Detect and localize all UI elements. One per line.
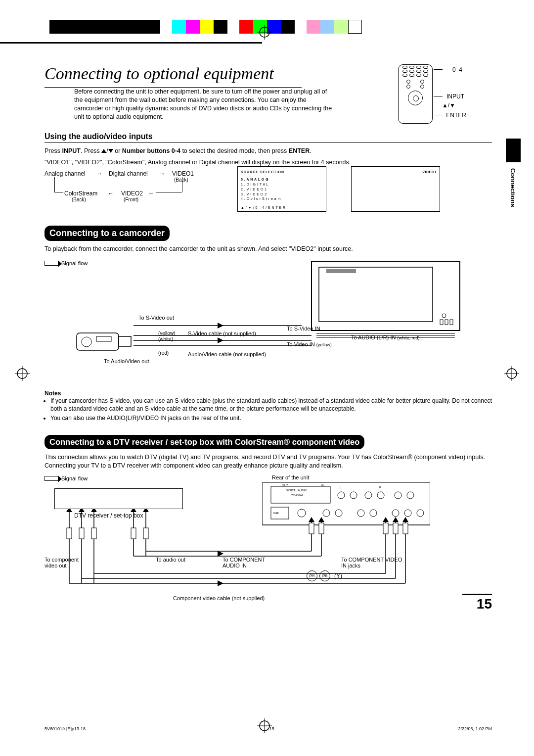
flow-video2-sub: (Front) xyxy=(124,197,138,202)
svg-rect-13 xyxy=(119,336,131,346)
flow-analog: Analog channel xyxy=(44,170,86,177)
footer-timestamp: 2/22/06, 1:02 PM xyxy=(458,726,492,731)
signal-flow-label: Signal flow xyxy=(61,260,88,266)
label-to-comp-video-in: To COMPONENT VIDEO IN jacks xyxy=(341,557,405,568)
label-yellow: (yellow) xyxy=(158,331,175,336)
dtv-diagram: Signal flow DTV receiver / set-top box R… xyxy=(44,473,492,612)
registration-mark-icon xyxy=(257,25,272,43)
svg-rect-83 xyxy=(79,528,84,539)
page-content: 0–4 INPUT ▲/▼ ENTER Connecting to option… xyxy=(44,64,492,612)
page-number-rule xyxy=(462,594,492,595)
svg-marker-74 xyxy=(143,509,149,512)
svg-rect-17 xyxy=(319,267,433,322)
svg-point-40 xyxy=(365,492,372,499)
flow-video2: VIDEO2 xyxy=(121,190,143,197)
svg-marker-73 xyxy=(131,509,136,512)
label-av-cable: Audio/Video cable (not supplied) xyxy=(188,351,266,357)
source-flow-diagram: Analog channel → Digital channel → VIDEO… xyxy=(44,170,492,215)
page-title: Connecting to optional equipment xyxy=(44,64,302,83)
svg-marker-81 xyxy=(218,551,223,557)
label-to-comp-out: To component video out xyxy=(44,557,84,568)
svg-rect-89 xyxy=(383,523,388,534)
svg-marker-78 xyxy=(393,517,399,522)
label-red: (red) xyxy=(158,350,169,356)
label-to-av-out: To Audio/Video out xyxy=(104,358,149,364)
section2-para: To playback from the camcorder, connect … xyxy=(44,245,492,254)
text: to select the desired mode, then press xyxy=(180,147,289,154)
label-to-svideo-in: To S-Video IN xyxy=(287,326,320,331)
note-item: If your camcorder has S-video, you can u… xyxy=(50,397,492,413)
osd-title: SOURCE SELECTION xyxy=(241,170,323,175)
flow-digital: Digital channel xyxy=(109,170,148,177)
rear-in: IN xyxy=(321,484,324,487)
section-heading-av-inputs: Using the audio/video inputs xyxy=(44,132,492,143)
svg-rect-22 xyxy=(450,320,453,325)
svg-rect-18 xyxy=(326,269,356,273)
svg-rect-86 xyxy=(143,528,148,539)
camcorder-icon xyxy=(74,326,134,355)
osd-source-selection: SOURCE SELECTION 0 . A N A L O G 1 . D I… xyxy=(237,166,326,212)
label-comp-cable: Component video cable (not supplied) xyxy=(173,595,265,601)
section-heading-dtv: Connecting to a DTV receiver / set-top b… xyxy=(44,435,364,449)
text-bold: Number buttons 0-4 xyxy=(122,147,180,154)
signal-flow-arrow-icon xyxy=(44,476,58,481)
svg-marker-71 xyxy=(79,509,85,512)
svg-point-14 xyxy=(82,337,91,347)
rear-coaxial: COAXIAL xyxy=(291,494,304,497)
side-tab-block xyxy=(506,139,521,162)
svg-rect-84 xyxy=(91,528,96,539)
camcorder-diagram: Signal flow xyxy=(44,256,492,385)
flow-video1-sub: (Back) xyxy=(174,177,188,183)
color-swatch-bar xyxy=(49,20,362,34)
svg-marker-35 xyxy=(218,337,223,343)
svg-marker-75 xyxy=(309,517,314,522)
label-svideo-cable: S-Video cable (not supplied) xyxy=(188,331,256,336)
osd-item: 3 . V I D E O 2 xyxy=(241,192,323,197)
section-heading-camcorder: Connecting to a camcorder xyxy=(44,226,170,241)
label-to-comp-audio-in: To COMPONENT AUDIO IN xyxy=(222,557,277,568)
text: . Press xyxy=(81,147,101,154)
trim-line-top xyxy=(0,42,262,44)
notes-heading: Notes xyxy=(44,390,492,397)
intro-text: Before connecting the unit to other equi… xyxy=(74,88,336,121)
svg-point-42 xyxy=(395,492,401,499)
svg-rect-91 xyxy=(403,523,408,534)
label-to-audio-lr: To AUDIO (L/R) IN (white, red) xyxy=(351,334,420,340)
osd-label: VIDEO1 xyxy=(422,170,437,174)
rear-out: OUT xyxy=(282,484,288,487)
registration-mark-icon xyxy=(504,366,519,384)
leader-line xyxy=(434,69,443,70)
svg-rect-85 xyxy=(131,528,136,539)
section1-para1: Press INPUT. Press / or Number buttons 0… xyxy=(44,147,492,156)
tv-front-icon xyxy=(307,256,465,343)
leader-line xyxy=(434,115,443,115)
remote-label-range: 0–4 xyxy=(452,66,462,73)
svg-marker-77 xyxy=(383,517,389,522)
svg-rect-82 xyxy=(67,528,72,539)
osd-video1: VIDEO1 xyxy=(351,166,440,212)
svg-rect-20 xyxy=(440,320,443,325)
label-y: (Y) xyxy=(334,572,342,579)
osd-item: 0 . A N A L O G xyxy=(241,177,323,182)
footer-page: 15 xyxy=(269,726,274,731)
label-to-video-in: To Video IN (yellow) xyxy=(287,341,332,347)
side-tab-label: Connections xyxy=(509,168,517,207)
section3-para: This connection allows you to watch DTV … xyxy=(44,453,492,471)
remote-label-enter: ENTER xyxy=(446,112,466,119)
svg-point-38 xyxy=(338,492,345,499)
svg-marker-34 xyxy=(218,323,223,329)
text: Press xyxy=(44,147,62,154)
text: . xyxy=(310,147,311,154)
notes-list: If your camcorder has S-video, you can u… xyxy=(44,397,492,423)
osd-item: 2 . V I D E O 1 xyxy=(241,187,323,192)
signal-flow-label: Signal flow xyxy=(61,475,88,481)
note-item: You can also use the AUDIO(L/R)/VIDEO IN… xyxy=(50,414,492,422)
signal-flow-arrow-icon xyxy=(44,261,58,266)
label-to-audio-out: To audio out xyxy=(156,557,185,563)
svg-rect-90 xyxy=(393,523,398,534)
dtv-box xyxy=(54,488,183,509)
leader-line xyxy=(434,96,443,96)
page-number: 15 xyxy=(477,596,492,612)
svg-rect-87 xyxy=(309,523,314,534)
svg-point-43 xyxy=(407,492,414,499)
